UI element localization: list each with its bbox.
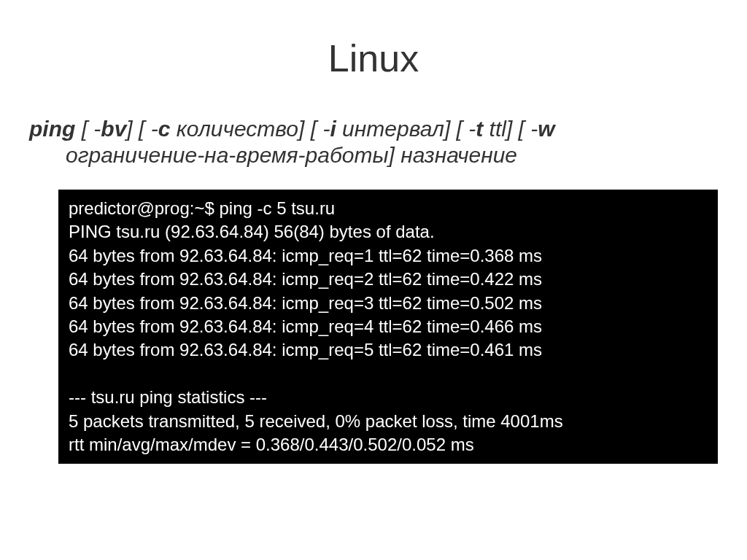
syntax-opt-i: i xyxy=(330,117,336,141)
terminal-line: predictor@prog:~$ ping -c 5 tsu.ru xyxy=(69,197,708,220)
syntax-opt-w-arg: ограничение-на-время-работы xyxy=(66,143,389,167)
terminal-line: PING tsu.ru (92.63.64.84) 56(84) bytes o… xyxy=(69,220,708,244)
syntax-opt-c-arg: количество xyxy=(177,117,298,141)
syntax-opt-i-arg: интервал xyxy=(342,117,444,141)
terminal-line: 64 bytes from 92.63.64.84: icmp_req=3 tt… xyxy=(69,292,708,315)
syntax-line-1: ping [ -bv] [ -c количество] [ -i интерв… xyxy=(22,117,725,141)
syntax-opt-t: t xyxy=(476,117,483,141)
syntax-opt-bv: bv xyxy=(101,117,126,141)
slide-container: Linux ping [ -bv] [ -c количество] [ -i … xyxy=(0,0,747,560)
terminal-line: 64 bytes from 92.63.64.84: icmp_req=5 tt… xyxy=(69,338,708,362)
terminal-block: predictor@prog:~$ ping -c 5 tsu.ru PING … xyxy=(58,190,718,464)
terminal-line: rtt min/avg/max/mdev = 0.368/0.443/0.502… xyxy=(69,433,708,456)
syntax-dest: назначение xyxy=(400,143,517,167)
terminal-line: 64 bytes from 92.63.64.84: icmp_req=2 tt… xyxy=(69,268,708,291)
terminal-line: --- tsu.ru ping statistics --- xyxy=(69,386,708,409)
syntax-opt-w: w xyxy=(538,117,554,141)
syntax-cmd: ping xyxy=(29,117,75,141)
terminal-line: 64 bytes from 92.63.64.84: icmp_req=1 tt… xyxy=(69,244,708,268)
terminal-line: 64 bytes from 92.63.64.84: icmp_req=4 tt… xyxy=(69,315,708,338)
slide-title: Linux xyxy=(22,36,725,80)
terminal-line: 5 packets transmitted, 5 received, 0% pa… xyxy=(69,410,708,433)
syntax-opt-t-arg: ttl xyxy=(489,117,506,141)
syntax-opt-c: c xyxy=(158,117,171,141)
terminal-line xyxy=(69,362,708,386)
syntax-line-2: ограничение-на-время-работы] назначение xyxy=(22,143,725,168)
